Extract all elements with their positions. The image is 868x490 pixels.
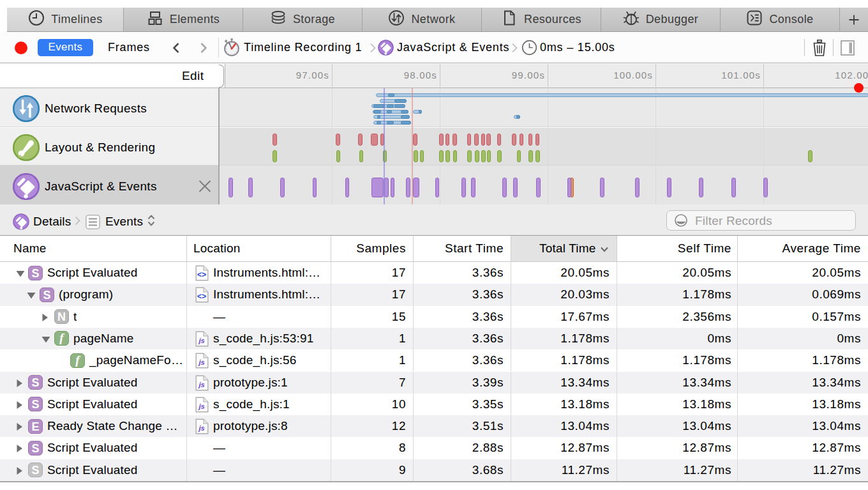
svg-text:js: js bbox=[197, 402, 205, 410]
svg-text:<>: <> bbox=[197, 270, 207, 279]
svg-text:js: js bbox=[197, 381, 205, 388]
svg-text:js: js bbox=[197, 424, 205, 432]
svg-text:js: js bbox=[197, 358, 205, 366]
svg-text:js: js bbox=[197, 337, 205, 344]
svg-text:<>: <> bbox=[197, 292, 207, 301]
